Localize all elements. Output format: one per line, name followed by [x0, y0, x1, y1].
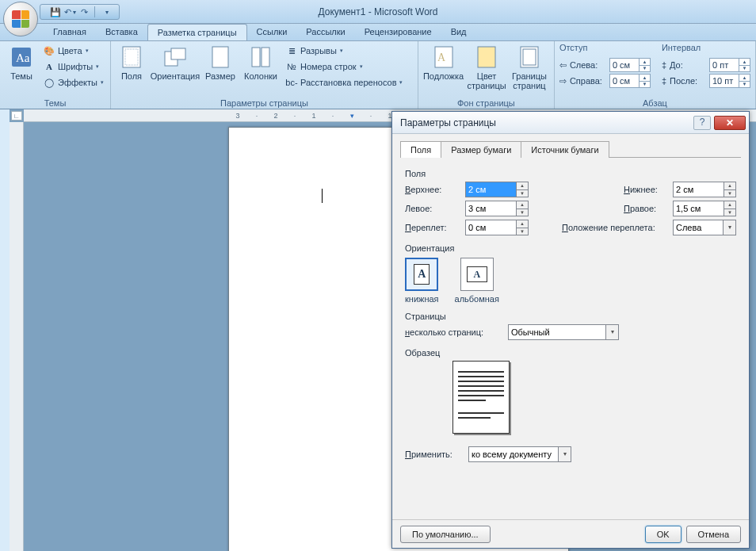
theme-effects-button[interactable]: ◯ Эффекты▾	[41, 75, 105, 90]
window-title: Документ1 - Microsoft Word	[318, 6, 437, 17]
dlg-tab-margins[interactable]: Поля	[400, 141, 441, 158]
margin-left-input[interactable]: 3 см▲▼	[465, 201, 529, 216]
group-page-setup-label: Параметры страницы	[116, 98, 413, 109]
undo-icon[interactable]: ↶▾	[63, 5, 77, 19]
margins-button[interactable]: Поля	[116, 43, 147, 81]
ribbon-tabs: Главная Вставка Разметка страницы Ссылки…	[0, 24, 756, 41]
indent-header: Отступ	[559, 43, 651, 57]
orientation-landscape[interactable]: A альбомная	[455, 258, 499, 304]
fonts-icon: A	[43, 60, 55, 73]
quick-access-toolbar: 💾 ↶▾ ↷ ▾	[40, 4, 120, 20]
group-page-background: A Подложка Цвет страницы Границы страниц…	[418, 41, 555, 109]
line-numbers-button[interactable]: № Номера строк▾	[284, 59, 404, 75]
svg-rect-6	[212, 47, 228, 67]
columns-button[interactable]: Колонки	[241, 43, 281, 81]
group-paragraph-label: Абзац	[559, 98, 750, 109]
tab-references[interactable]: Ссылки	[247, 24, 297, 40]
dialog-title: Параметры страницы	[400, 117, 496, 128]
line-numbers-icon: №	[285, 60, 298, 73]
svg-rect-5	[171, 48, 185, 59]
orientation-section: Ориентация A книжная A альбомная	[405, 243, 736, 304]
hyphenation-icon: bс-	[285, 76, 298, 89]
ok-button[interactable]: OK	[645, 526, 682, 543]
preview-thumbnail	[452, 361, 510, 434]
preview-section: Образец	[405, 348, 736, 434]
svg-rect-8	[262, 48, 269, 67]
theme-fonts-button[interactable]: A Шрифты▾	[41, 59, 105, 75]
page-borders-button[interactable]: Границы страниц	[510, 43, 549, 90]
tab-view[interactable]: Вид	[441, 24, 476, 40]
margins-section: Поля Верхнее: 2 см▲▼ Нижнее: 2 см▲▼ Лево…	[405, 169, 736, 235]
breaks-button[interactable]: ≣ Разрывы▾	[284, 43, 404, 59]
group-themes-label: Темы	[5, 98, 105, 109]
redo-icon[interactable]: ↷	[77, 5, 91, 19]
svg-rect-11	[478, 47, 495, 67]
tab-home[interactable]: Главная	[44, 24, 96, 40]
group-page-background-label: Фон страницы	[423, 98, 549, 109]
help-button[interactable]: ?	[693, 116, 711, 130]
office-logo-icon	[12, 10, 29, 28]
multiple-pages-combo[interactable]: Обычный▾	[508, 324, 619, 340]
dialog-footer: По умолчанию... OK Отмена	[392, 519, 749, 548]
default-button[interactable]: По умолчанию...	[400, 526, 491, 543]
themes-icon: Aa	[9, 44, 34, 70]
svg-text:A: A	[437, 52, 446, 63]
page-color-button[interactable]: Цвет страницы	[467, 43, 506, 90]
spacing-header: Интервал	[662, 43, 750, 57]
indent-right[interactable]: ⇨Справа: 0 см▲▼	[559, 73, 651, 89]
save-icon[interactable]: 💾	[48, 5, 63, 19]
svg-text:Aa: Aa	[16, 52, 30, 64]
close-button[interactable]: ✕	[714, 116, 746, 130]
dialog-tabs: Поля Размер бумаги Источник бумаги	[400, 140, 741, 158]
group-paragraph: Отступ ⇦Слева: 0 см▲▼ ⇨Справа: 0 см▲▼ Ин…	[555, 41, 756, 109]
page-setup-dialog: Параметры страницы ? ✕ Поля Размер бумаг…	[391, 111, 750, 549]
qat-customize-icon[interactable]: ▾	[100, 5, 114, 19]
dlg-tab-source[interactable]: Источник бумаги	[521, 141, 609, 158]
office-button[interactable]	[3, 2, 38, 36]
title-bar: 💾 ↶▾ ↷ ▾ Документ1 - Microsoft Word	[0, 0, 756, 24]
pages-section: Страницы несколько страниц: Обычный▾	[405, 312, 736, 340]
indent-left[interactable]: ⇦Слева: 0 см▲▼	[559, 57, 651, 73]
margin-top-input[interactable]: 2 см▲▼	[465, 182, 529, 197]
group-themes: Aa Темы 🎨 Цвета▾ A Шрифты▾ ◯ Эффекты▾	[0, 41, 111, 109]
ribbon: Aa Темы 🎨 Цвета▾ A Шрифты▾ ◯ Эффекты▾	[0, 41, 756, 109]
ruler-vertical[interactable]	[10, 122, 24, 551]
apply-section: Применить: ко всему документу▾	[405, 446, 736, 462]
dialog-titlebar: Параметры страницы ? ✕	[392, 112, 749, 134]
apply-to-combo[interactable]: ко всему документу▾	[468, 446, 571, 462]
breaks-icon: ≣	[285, 44, 298, 57]
tab-page-layout[interactable]: Разметка страницы	[147, 24, 247, 40]
ruler-corner-icon[interactable]: ∟	[11, 111, 22, 121]
theme-colors-button[interactable]: 🎨 Цвета▾	[41, 43, 105, 59]
tab-mailings[interactable]: Рассылки	[296, 24, 354, 40]
gutter-input[interactable]: 0 см▲▼	[465, 220, 529, 235]
orientation-portrait[interactable]: A книжная	[405, 258, 439, 304]
effects-icon: ◯	[43, 76, 55, 89]
svg-rect-7	[252, 48, 260, 67]
margin-right-input[interactable]: 1,5 см▲▼	[673, 201, 736, 216]
watermark-button[interactable]: A Подложка	[423, 43, 464, 81]
margin-bottom-input[interactable]: 2 см▲▼	[673, 182, 736, 197]
orientation-button[interactable]: Ориентация	[151, 43, 200, 81]
tab-insert[interactable]: Вставка	[96, 24, 147, 40]
dlg-tab-paper[interactable]: Размер бумаги	[441, 141, 521, 158]
space-before[interactable]: ‡До: 0 пт▲▼	[662, 57, 750, 73]
colors-icon: 🎨	[43, 44, 55, 57]
hyphenation-button[interactable]: bс- Расстановка переносов▾	[284, 75, 404, 90]
group-page-setup: Поля Ориентация Размер Колонки ≣ Разрывы…	[111, 41, 418, 109]
gutter-position-combo[interactable]: Слева▾	[673, 220, 736, 235]
themes-button[interactable]: Aa Темы	[5, 43, 38, 81]
cancel-button[interactable]: Отмена	[686, 526, 741, 543]
tab-review[interactable]: Рецензирование	[355, 24, 441, 40]
space-after[interactable]: ‡После: 10 пт▲▼	[662, 73, 750, 89]
text-cursor	[322, 189, 323, 203]
size-button[interactable]: Размер	[203, 43, 238, 81]
